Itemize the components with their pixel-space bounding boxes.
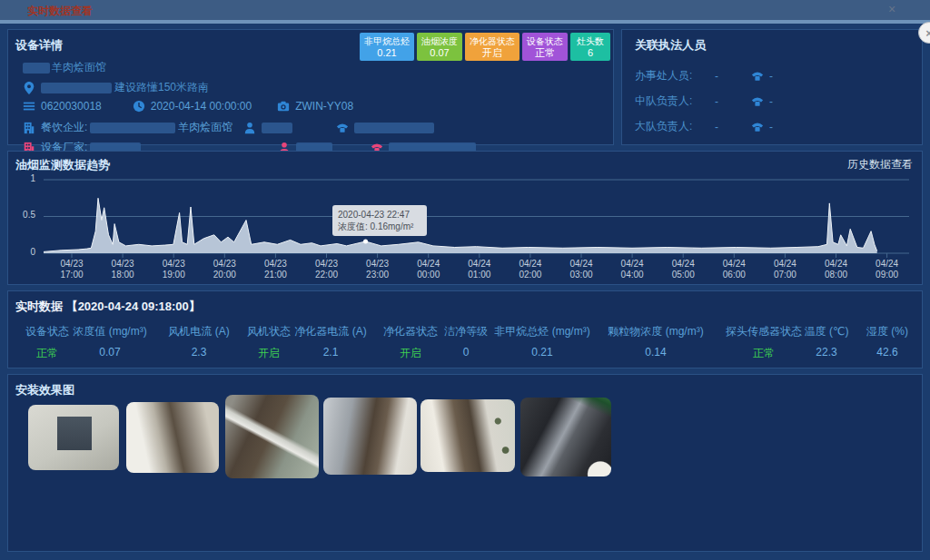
y-tick-0: 0 bbox=[14, 247, 35, 257]
trend-chart-panel: 油烟监测数据趋势 历史数据查看 1 0.5 0 04/23 17:0004/23… bbox=[7, 151, 923, 285]
status-badge: 非甲烷总烃0.21 bbox=[360, 33, 414, 61]
status-badge: 净化器状态开启 bbox=[465, 33, 519, 61]
realtime-field-label: 净化器电流 (A) bbox=[294, 324, 366, 339]
realtime-field-label: 设备状态 bbox=[25, 324, 69, 339]
badge-value: 0.21 bbox=[377, 47, 396, 58]
realtime-field-value: 正常 bbox=[25, 346, 69, 361]
enforcement-role-label: 中队负责人: bbox=[635, 93, 715, 109]
phone-icon bbox=[336, 122, 349, 134]
install-photo[interactable] bbox=[323, 398, 417, 475]
install-photo[interactable] bbox=[126, 402, 219, 473]
titlebar-close-icon[interactable]: × bbox=[888, 2, 895, 16]
clock-icon bbox=[133, 100, 145, 113]
company-name: 羊肉烩面馆 bbox=[178, 120, 232, 135]
badge-value: 6 bbox=[588, 47, 593, 58]
realtime-field: 非甲烷总烃 (mg/m³) 0.21 bbox=[494, 324, 589, 359]
x-tick-label: 04/23 18:00 bbox=[112, 259, 134, 280]
device-details-panel: 设备详情 非甲烷总烃0.21油烟浓度0.07净化器状态开启设备状态正常灶头数6 … bbox=[7, 29, 614, 145]
y-tick-1: 1 bbox=[14, 173, 35, 183]
realtime-field-value: 22.3 bbox=[805, 346, 849, 359]
realtime-field: 颗粒物浓度 (mg/m³) 0.14 bbox=[608, 324, 703, 359]
realtime-field: 风机电流 (A) 2.3 bbox=[168, 324, 229, 359]
history-data-link[interactable]: 历史数据查看 bbox=[847, 157, 913, 172]
enforcement-panel: 关联执法人员 办事处人员: - - 中队负责人: - - 大队负责人: - - bbox=[621, 29, 923, 145]
x-tick-label: 04/23 21:00 bbox=[264, 259, 287, 280]
x-tick-label: 04/24 06:00 bbox=[723, 259, 746, 280]
install-photo[interactable] bbox=[520, 398, 611, 476]
x-tick-label: 04/23 19:00 bbox=[163, 259, 185, 280]
titlebar-divider bbox=[0, 20, 930, 24]
enforcement-person-value: - bbox=[715, 95, 751, 108]
tooltip-value: 浓度值: 0.16mg/m² bbox=[338, 221, 421, 232]
enforcement-row: 大队负责人: - - bbox=[635, 119, 773, 134]
realtime-field-value: 0.21 bbox=[494, 346, 589, 359]
trend-area-chart[interactable] bbox=[44, 177, 909, 260]
dialog-titlebar: 实时数据查看 × bbox=[0, 0, 930, 20]
realtime-field-label: 非甲烷总烃 (mg/m³) bbox=[494, 324, 589, 339]
badge-label: 设备状态 bbox=[527, 36, 563, 47]
company-label: 餐饮企业: bbox=[41, 120, 87, 135]
x-tick-label: 04/24 03:00 bbox=[569, 259, 592, 280]
realtime-field: 风机状态 开启 bbox=[247, 324, 291, 361]
enforcement-person-value: - bbox=[715, 121, 751, 133]
x-tick-label: 04/24 05:00 bbox=[672, 259, 695, 280]
realtime-field-value: 42.6 bbox=[866, 346, 908, 359]
chart-tooltip: 2020-04-23 22:47 浓度值: 0.16mg/m² bbox=[332, 205, 427, 236]
enforcement-row: 办事处人员: - - bbox=[635, 68, 773, 84]
realtime-field-value: 0 bbox=[444, 346, 488, 359]
realtime-field-value: 开启 bbox=[383, 346, 438, 361]
realtime-field-label: 探头传感器状态 bbox=[726, 324, 802, 339]
badge-label: 非甲烷总烃 bbox=[364, 36, 410, 47]
device-model: ZWIN-YY08 bbox=[295, 100, 353, 113]
install-photos-panel: 安装效果图 bbox=[7, 374, 923, 552]
enforcement-phone-value: - bbox=[769, 95, 773, 108]
status-badges: 非甲烷总烃0.21油烟浓度0.07净化器状态开启设备状态正常灶头数6 bbox=[360, 33, 610, 61]
phone-icon bbox=[751, 95, 764, 108]
redacted-text bbox=[262, 123, 292, 133]
x-tick-label: 04/24 04:00 bbox=[621, 259, 644, 280]
tooltip-time: 2020-04-23 22:47 bbox=[338, 209, 421, 221]
install-photo[interactable] bbox=[28, 405, 119, 470]
realtime-field-label: 风机电流 (A) bbox=[168, 324, 229, 339]
install-photo[interactable] bbox=[225, 395, 319, 478]
badge-label: 净化器状态 bbox=[470, 36, 515, 47]
realtime-field-value: 0.14 bbox=[608, 346, 703, 359]
realtime-field-label: 净化器状态 bbox=[383, 324, 438, 339]
realtime-field-label: 颗粒物浓度 (mg/m³) bbox=[608, 324, 703, 339]
realtime-field: 洁净等级 0 bbox=[444, 324, 488, 359]
status-badge: 灶头数6 bbox=[570, 33, 610, 61]
dialog-title: 实时数据查看 bbox=[27, 4, 93, 19]
badge-label: 油烟浓度 bbox=[421, 36, 458, 47]
address-row: 建设路懂150米路南 bbox=[23, 80, 209, 95]
x-tick-label: 04/24 00:00 bbox=[417, 259, 440, 280]
x-tick-label: 04/23 17:00 bbox=[60, 259, 83, 280]
realtime-field-value: 2.3 bbox=[168, 346, 229, 359]
badge-value: 正常 bbox=[535, 47, 555, 58]
x-tick-label: 04/24 02:00 bbox=[519, 259, 541, 280]
enforcement-panel-title: 关联执法人员 bbox=[635, 37, 706, 54]
enforcement-phone-value: - bbox=[769, 121, 773, 133]
building-icon bbox=[23, 122, 35, 134]
badge-value: 0.07 bbox=[430, 47, 449, 58]
realtime-field: 净化器状态 开启 bbox=[383, 324, 438, 361]
realtime-timestamp: 【2020-04-24 09:18:00】 bbox=[66, 300, 201, 313]
address-text: 建设路懂150米路南 bbox=[114, 80, 209, 95]
enforcement-role-label: 办事处人员: bbox=[635, 68, 715, 84]
x-tick-label: 04/23 22:00 bbox=[315, 259, 338, 280]
enforcement-row: 中队负责人: - - bbox=[635, 93, 773, 109]
device-panel-title: 设备详情 bbox=[15, 37, 63, 54]
redacted-text bbox=[41, 83, 112, 93]
install-photo[interactable] bbox=[420, 399, 515, 472]
y-tick-05: 0.5 bbox=[14, 210, 35, 220]
phone-icon bbox=[751, 70, 764, 83]
x-tick-label: 04/24 01:00 bbox=[468, 259, 490, 280]
store-name: 羊肉烩面馆 bbox=[52, 60, 106, 75]
realtime-field-label: 洁净等级 bbox=[444, 324, 488, 339]
x-tick-label: 04/24 07:00 bbox=[774, 259, 796, 280]
realtime-data-panel: 实时数据 【2020-04-24 09:18:00】 设备状态 正常 浓度值 (… bbox=[7, 290, 923, 368]
redacted-text bbox=[23, 63, 50, 74]
x-tick-label: 04/24 09:00 bbox=[876, 259, 898, 280]
status-badge: 油烟浓度0.07 bbox=[417, 33, 462, 61]
realtime-title: 实时数据 bbox=[15, 300, 63, 313]
phone-icon bbox=[751, 121, 764, 133]
